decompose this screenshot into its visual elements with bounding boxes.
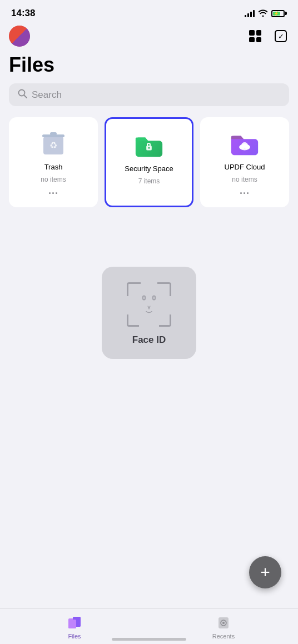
avatar[interactable] (9, 26, 30, 47)
faceid-eyes (142, 296, 156, 301)
files-grid: ♻ Trash no items ··· (0, 117, 298, 207)
svg-text:♻: ♻ (49, 141, 57, 150)
svg-point-7 (148, 147, 150, 149)
grid-view-button[interactable] (247, 28, 264, 44)
updf-cloud-item[interactable]: UPDF Cloud no items ··· (200, 117, 289, 207)
trash-count: no items (41, 176, 66, 183)
status-time: 14:38 (11, 8, 35, 19)
faceid-left-eye (142, 296, 146, 301)
faceid-bottom-right-corner (159, 314, 171, 327)
svg-line-1 (24, 95, 27, 98)
updf-cloud-count: no items (232, 176, 257, 183)
security-space-item[interactable]: Security Space 7 items (105, 117, 193, 207)
search-placeholder: Search (32, 89, 62, 101)
faceid-label: Face ID (132, 335, 166, 346)
faceid-overlay[interactable]: Face ID (102, 267, 196, 359)
status-icons: ⚡ (245, 9, 287, 18)
search-bar[interactable]: Search (9, 83, 289, 106)
trash-item[interactable]: ♻ Trash no items ··· (9, 117, 98, 207)
header: ✓ (0, 23, 298, 51)
security-space-label: Security Space (125, 164, 173, 173)
svg-rect-4 (50, 132, 57, 135)
faceid-bottom-left-corner (127, 314, 139, 327)
updf-cloud-menu-button[interactable]: ··· (240, 188, 250, 199)
faceid-right-eye (152, 296, 156, 301)
faceid-face (142, 296, 156, 314)
trash-icon: ♻ (38, 127, 69, 158)
trash-menu-button[interactable]: ··· (48, 188, 58, 199)
wifi-icon (258, 9, 268, 18)
security-space-icon (133, 129, 165, 160)
tab-files-label: Files (68, 633, 81, 640)
faceid-frame (127, 282, 171, 327)
trash-label: Trash (44, 163, 63, 171)
fab-plus-icon: + (260, 564, 270, 581)
faceid-nose-mouth (143, 306, 155, 314)
page-title: Files (0, 51, 298, 83)
updf-cloud-icon (229, 127, 260, 158)
select-mode-button[interactable]: ✓ (272, 28, 289, 44)
search-icon (18, 89, 27, 101)
checkmark-icon: ✓ (275, 30, 287, 42)
search-container: Search (9, 83, 289, 106)
tab-recents-icon (216, 615, 231, 631)
add-fab-button[interactable]: + (249, 556, 281, 588)
home-indicator (112, 638, 186, 641)
header-actions: ✓ (247, 28, 289, 44)
svg-rect-15 (68, 620, 76, 628)
tab-recents-label: Recents (212, 633, 235, 640)
tab-files-icon (67, 615, 82, 631)
security-space-count: 7 items (138, 177, 160, 185)
grid-icon (249, 30, 261, 42)
svg-point-11 (241, 142, 248, 148)
updf-cloud-label: UPDF Cloud (225, 163, 265, 171)
svg-point-18 (222, 622, 225, 624)
signal-icon (245, 9, 255, 17)
status-bar: 14:38 ⚡ (0, 0, 298, 23)
battery-icon: ⚡ (271, 10, 287, 17)
